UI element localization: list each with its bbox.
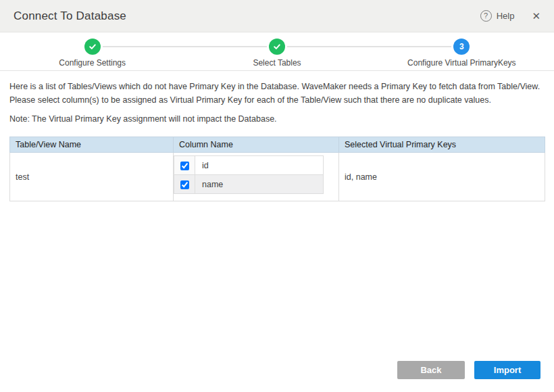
help-button[interactable]: ? Help bbox=[480, 10, 515, 22]
header-column-name: Column Name bbox=[174, 137, 339, 153]
connect-to-database-dialog: Connect To Database ? Help ✕ Configure S… bbox=[0, 0, 554, 392]
column-checkbox-list: id name bbox=[174, 155, 324, 194]
column-row-id: id bbox=[174, 156, 324, 175]
column-row-name: name bbox=[174, 175, 324, 194]
checkbox-cell bbox=[174, 156, 195, 175]
table-row: test id bbox=[10, 153, 545, 201]
description-text: Here is a list of Tables/Views which do … bbox=[9, 80, 545, 107]
step-select-tables[interactable]: Select Tables bbox=[184, 32, 369, 70]
header-selected-virtual-primary-keys: Selected Virtual Primary Keys bbox=[339, 137, 545, 153]
back-button[interactable]: Back bbox=[397, 361, 465, 379]
checkbox-cell bbox=[174, 175, 195, 194]
step-1-done-circle bbox=[84, 39, 101, 55]
step-configure-settings[interactable]: Configure Settings bbox=[0, 32, 184, 70]
virtual-primary-keys-table: Table/View Name Column Name Selected Vir… bbox=[9, 137, 545, 201]
dialog-title: Connect To Database bbox=[14, 9, 126, 23]
import-button[interactable]: Import bbox=[474, 361, 540, 379]
step-3-number-circle: 3 bbox=[453, 39, 470, 55]
table-view-name-cell: test bbox=[10, 153, 174, 201]
dialog-content: Here is a list of Tables/Views which do … bbox=[0, 71, 554, 201]
close-icon[interactable]: ✕ bbox=[532, 11, 540, 21]
help-label: Help bbox=[497, 11, 515, 21]
note-text: Note: The Virtual Primary Key assignment… bbox=[9, 114, 545, 124]
column-name-checkbox[interactable] bbox=[180, 180, 189, 189]
column-name-cell: id name bbox=[174, 153, 339, 201]
column-name-label: name bbox=[195, 175, 324, 194]
check-icon bbox=[88, 42, 97, 51]
step-3-label: Configure Virtual PrimaryKeys bbox=[407, 58, 516, 68]
step-1-label: Configure Settings bbox=[59, 58, 126, 68]
column-id-label: id bbox=[195, 156, 324, 175]
step-2-done-circle bbox=[269, 39, 285, 55]
wizard-stepper: Configure Settings Select Tables 3 Confi… bbox=[0, 32, 554, 71]
check-icon bbox=[272, 42, 282, 51]
step-2-label: Select Tables bbox=[253, 58, 301, 68]
table-header-row: Table/View Name Column Name Selected Vir… bbox=[10, 137, 545, 153]
titlebar: Connect To Database ? Help ✕ bbox=[0, 0, 554, 32]
help-question-icon: ? bbox=[480, 10, 492, 22]
dialog-footer: Back Import bbox=[397, 361, 540, 379]
selected-keys-cell: id, name bbox=[339, 153, 545, 201]
step-configure-virtual-primarykeys[interactable]: 3 Configure Virtual PrimaryKeys bbox=[370, 32, 554, 70]
column-id-checkbox[interactable] bbox=[180, 162, 189, 170]
header-table-view-name: Table/View Name bbox=[10, 137, 174, 153]
